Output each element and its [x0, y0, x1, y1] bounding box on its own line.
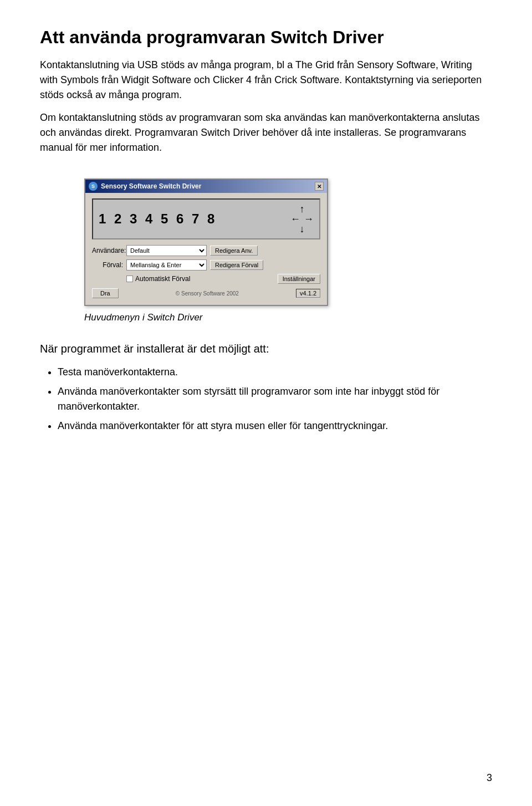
bottom-row: Dra © Sensory Software 2002 v4.1.2	[92, 288, 320, 298]
arrow-down-icon: ↓	[300, 224, 305, 234]
page-title: Att använda programvaran Switch Driver	[40, 27, 492, 48]
section-heading: När programmet är installerat är det möj…	[40, 340, 492, 357]
list-item: Använda manöverkontakter som styrsätt ti…	[58, 384, 492, 414]
list-item: Använda manöverkontakter för att styra m…	[58, 419, 492, 433]
list-item: Testa manöverkontakterna.	[58, 365, 492, 380]
användare-select[interactable]: Default	[126, 245, 207, 256]
dialog-title: Sensory Software Switch Driver	[101, 182, 201, 190]
number-bar: 1 2 3 4 5 6 7 8 ↑ ← → ↓	[92, 198, 320, 239]
copyright-text: © Sensory Software 2002	[176, 290, 239, 297]
checkbox-row: Automatiskt Förval Inställningar	[126, 274, 320, 284]
dialog-body: 1 2 3 4 5 6 7 8 ↑ ← → ↓ Användare: Defau…	[85, 193, 327, 305]
screenshot-caption: Huvudmenyn i Switch Driver	[84, 310, 492, 325]
dialog-titlebar: S Sensory Software Switch Driver ✕	[85, 180, 327, 193]
inställningar-button[interactable]: Inställningar	[278, 274, 320, 284]
checkbox-label: Automatiskt Förval	[135, 275, 190, 283]
automatiskt-förval-checkbox[interactable]	[126, 276, 133, 282]
arrow-right-icon: →	[304, 214, 314, 224]
close-button[interactable]: ✕	[315, 182, 324, 191]
dra-button[interactable]: Dra	[92, 288, 119, 298]
arrow-up-icon: ↑	[300, 204, 305, 214]
app-icon: S	[89, 182, 98, 191]
förval-select[interactable]: Mellanslag & Enter	[126, 259, 207, 271]
intro-paragraph-2: Om kontaktanslutning stöds av programvar…	[40, 110, 492, 155]
bullet-list: Testa manöverkontakterna. Använda manöve…	[58, 365, 492, 433]
redigera-anv-button[interactable]: Redigera Anv.	[210, 246, 258, 256]
förval-label: Förval:	[92, 261, 123, 269]
redigera-förval-button[interactable]: Redigera Förval	[210, 260, 263, 270]
intro-paragraph-1: Kontaktanslutning via USB stöds av många…	[40, 58, 492, 103]
förval-row: Förval: Mellanslag & Enter Redigera Förv…	[92, 259, 320, 271]
version-badge: v4.1.2	[296, 289, 320, 298]
arrow-left-icon: ←	[290, 214, 300, 224]
användare-row: Användare: Default Redigera Anv.	[92, 245, 320, 256]
dialog-screenshot: S Sensory Software Switch Driver ✕ 1 2 3…	[84, 178, 328, 306]
titlebar-left: S Sensory Software Switch Driver	[89, 182, 201, 191]
användare-label: Användare:	[92, 247, 123, 254]
switch-numbers: 1 2 3 4 5 6 7 8	[99, 211, 217, 227]
page-number: 3	[487, 772, 492, 784]
switch-driver-dialog: S Sensory Software Switch Driver ✕ 1 2 3…	[84, 178, 328, 306]
